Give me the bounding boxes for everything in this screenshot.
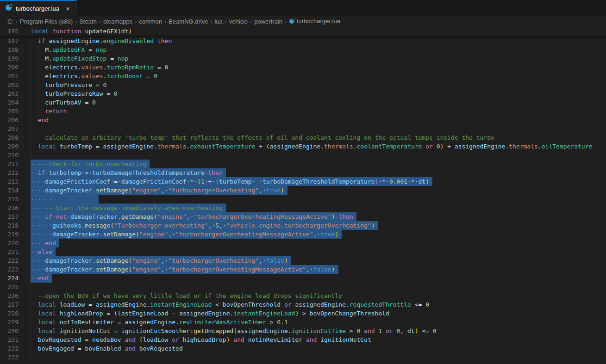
code-content: local ignitionNotCut = ignitionCutSmooth… [31,327,437,334]
line-number[interactable]: 208 [0,133,19,142]
line-number[interactable]: 201 [0,72,19,80]
breadcrumb-item[interactable]: Steam [79,18,97,25]
code-line[interactable]: 199 M.updateFixedStep = nop [0,54,606,63]
code-line[interactable]: 205 return [0,107,606,116]
breadcrumb-item[interactable]: powertrain [254,18,282,25]
line-number[interactable]: 222 [0,256,19,265]
editor[interactable]: 195local function updateGFX(dt) 197 if a… [0,27,606,362]
code-line[interactable]: 214····damageTracker.setDamage("engine",… [0,186,606,195]
breadcrumb-item[interactable]: lua [214,18,222,25]
line-number[interactable]: 217 [0,212,19,221]
token-ws [31,310,38,317]
line-number[interactable]: 218 [0,221,19,230]
code-text: ······damageTracker.setDamage("engine",·… [31,230,606,239]
line-number[interactable]: 232 [0,344,19,353]
line-number[interactable]: 224 [0,274,19,283]
line-number[interactable]: 231 [0,335,19,344]
line-number[interactable]: 215 [0,195,19,204]
code-line[interactable]: 200 electrics.values.turboRpmRatio = 0 [0,63,606,72]
code-line[interactable]: 230 local ignitionNotCut = ignitionCutSm… [0,327,606,335]
code-line[interactable]: 215······ [0,195,606,204]
code-line[interactable]: 231 bovRequested = needsBov and (loadLow… [0,335,606,344]
line-number[interactable]: 210 [0,151,19,160]
code-line[interactable]: 218······guihooks.message("Turbocharger·… [0,221,606,230]
line-number[interactable]: 202 [0,80,19,89]
line-number[interactable]: 233 [0,353,19,362]
line-number[interactable]: 213 [0,177,19,186]
code-line[interactable]: 197 if assignedEngine.engineDisabled the… [0,37,606,45]
line-number[interactable]: 212 [0,168,19,177]
line-number[interactable]: 220 [0,239,19,247]
line-number[interactable]: 225 [0,283,19,291]
breadcrumb-item[interactable]: vehicle [229,18,248,25]
line-number[interactable]: 219 [0,230,19,239]
line-number[interactable]: 226 [0,291,19,300]
code-line[interactable]: 221··else [0,247,606,256]
line-number[interactable]: 198 [0,45,19,54]
code-line[interactable]: 202 turboPressure = 0 [0,80,606,89]
line-number[interactable]: 228 [0,309,19,318]
code-line[interactable]: 201 electrics.values.turboBoost = 0 [0,72,606,80]
line-number[interactable]: 229 [0,318,19,327]
breadcrumb-item[interactable]: BeamNG.drive [169,18,208,25]
code-line[interactable]: 219······damageTracker.setDamage("engine… [0,230,606,239]
sticky-line[interactable]: 195local function updateGFX(dt) [0,27,606,36]
token-kwc: if·not· [45,213,70,220]
line-number[interactable]: 200 [0,63,19,72]
code-line[interactable]: 224··end [0,274,606,283]
tab-turbocharger-lua[interactable]: turbocharger.lua × [0,0,77,16]
line-number[interactable]: 227 [0,300,19,309]
code-line[interactable]: 232 bovEngaged = bovEnabled and bovReque… [0,344,606,353]
line-number[interactable]: 203 [0,89,19,98]
line-number[interactable]: 209 [0,142,19,151]
code-line[interactable]: 209 local turboTemp = assignedEngine.the… [0,142,606,151]
code-line[interactable]: 223····damageTracker.setDamage("engine",… [0,265,606,274]
code-line[interactable]: 198 M.updateGFX = nop [0,45,606,54]
sticky-scroll[interactable]: 195local function updateGFX(dt) [0,27,606,36]
line-number[interactable]: 223 [0,265,19,274]
code-line[interactable]: 203 turboPressureRaw = 0 [0,89,606,98]
code-line[interactable]: 207 [0,124,606,133]
close-icon[interactable]: × [64,4,71,13]
code-line[interactable]: 229 local notInRevLimiter = assignedEngi… [0,318,606,327]
line-number[interactable]: 197 [0,37,19,45]
code-line[interactable]: 204 curTurboAV = 0 [0,98,606,107]
token-v: turboTemp [49,169,81,176]
code-line[interactable]: 210 [0,151,606,160]
line-number[interactable]: 195 [0,27,19,36]
breadcrumb-item[interactable]: Program Files (x86) [20,18,73,25]
code-line[interactable]: 211··--·Check·for·turbo·overheating [0,160,606,168]
token-pr: turboBoost [106,73,143,80]
line-number[interactable]: 199 [0,54,19,63]
code-line[interactable]: 217····if·not·damageTracker.getDamage("e… [0,212,606,221]
code-line[interactable]: 213····damageFrictionCoef·=·damageFricti… [0,177,606,186]
code-line[interactable]: 206 end [0,116,606,124]
breadcrumb-item[interactable]: turbocharger.lua [289,18,340,25]
code-line[interactable]: 216····--·Start·the·message·immediately·… [0,204,606,212]
code-line[interactable]: 228 local highLoadDrop = (lastEngineLoad… [0,309,606,318]
code-line[interactable]: 225 [0,283,606,291]
breadcrumb-item[interactable]: common [139,18,162,25]
line-number[interactable]: 205 [0,107,19,116]
line-number[interactable]: 211 [0,160,19,168]
code-line[interactable]: 212··if·turboTemp·>·turboDamageThreshold… [0,168,606,177]
line-number[interactable]: 216 [0,204,19,212]
code-line[interactable]: 233 [0,353,606,362]
token-ws: ···· [31,257,45,264]
breadcrumb-item[interactable]: steamapps [103,18,133,25]
code-line[interactable]: 222····damageTracker.setDamage("engine",… [0,256,606,265]
token-v: assignedEngine [49,37,100,44]
line-number[interactable]: 221 [0,247,19,256]
token-v: damageFrictionCoef [45,178,110,185]
code-line[interactable]: 227 local loadLow = assignedEngine.insta… [0,300,606,309]
line-number[interactable]: 207 [0,124,19,133]
line-number[interactable]: 214 [0,186,19,195]
line-number[interactable]: 204 [0,98,19,107]
code-line[interactable]: 220····end [0,239,606,247]
code-line[interactable]: 226 --open the BOV if we have very littl… [0,291,606,300]
code-line[interactable]: 208 --calculate an arbitary "turbo temp"… [0,133,606,142]
line-number[interactable]: 230 [0,327,19,335]
line-number[interactable]: 206 [0,116,19,124]
token-v: assignedEngine [103,143,154,150]
breadcrumb-item[interactable]: C: [7,18,13,25]
